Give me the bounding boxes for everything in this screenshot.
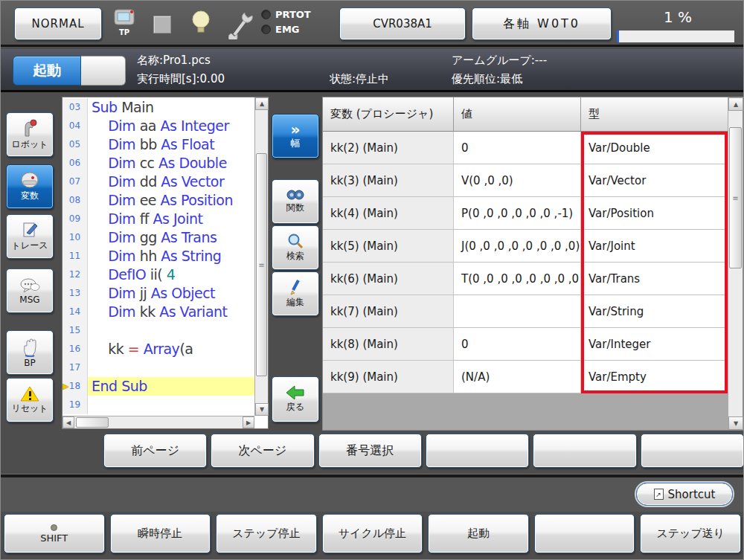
scroll-down-icon[interactable]: ▼ — [255, 403, 269, 416]
indicator-leds: PRTOT EMG — [261, 9, 311, 35]
value-cell: (N/A) — [454, 361, 581, 393]
page-button-empty[interactable] — [641, 434, 744, 468]
line-number-gutter: 10 — [62, 228, 88, 247]
code-line[interactable]: 04 Dim aa As Integer — [62, 117, 254, 135]
sidebar-item-robot[interactable]: ロボット — [6, 112, 54, 157]
function-key-button[interactable]: 瞬時停止 — [110, 514, 211, 553]
page-button[interactable]: 次ページ — [211, 434, 314, 468]
value-cell: J(0 ,0 ,0 ,0 ,0 ,0 ,0 ,0) — [454, 230, 581, 262]
code-line[interactable]: 08 Dim ee As Position — [62, 191, 254, 210]
table-body: kk(2) (Main)0Var/Doublekk(3) (Main)V(0 ,… — [323, 132, 728, 393]
back-button-label: 戻る — [286, 401, 304, 413]
table-vscrollbar[interactable]: ▲ ≡ ▼ — [728, 97, 743, 430]
page-button-empty[interactable] — [533, 434, 636, 468]
function-key-button[interactable]: 起動 — [428, 514, 529, 553]
table-row[interactable]: kk(3) (Main)V(0 ,0 ,0)Var/Vector — [323, 164, 728, 197]
lamp-icon — [190, 10, 211, 36]
page-button[interactable]: 番号選択 — [318, 434, 422, 468]
function-key-empty[interactable] — [534, 514, 635, 553]
sidebar-item-trace[interactable]: トレース — [6, 214, 54, 259]
value-cell: V(0 ,0 ,0) — [454, 164, 581, 196]
sidebar-item-msg[interactable]: MSG — [6, 268, 54, 313]
sidebar-item-label: 変数 — [21, 190, 39, 202]
message-icon — [19, 277, 40, 294]
width-button[interactable]: » 幅 — [272, 114, 319, 158]
scroll-up-icon[interactable]: ▲ — [255, 97, 269, 110]
table-row[interactable]: kk(9) (Main)(N/A)Var/Empty — [323, 361, 728, 393]
scroll-down-icon[interactable]: ▼ — [728, 416, 743, 430]
robot-icon — [21, 118, 39, 138]
line-number-gutter: 11 — [62, 247, 88, 265]
code-text: Dim kk As Variant — [88, 303, 254, 321]
code-line[interactable]: 19 — [62, 396, 254, 414]
code-line[interactable]: 09 Dim ff As Joint — [62, 210, 254, 228]
code-line[interactable]: 07 Dim dd As Vector — [62, 173, 254, 191]
function-button[interactable]: 関数 — [272, 179, 319, 224]
code-line[interactable]: 15 — [62, 321, 254, 340]
code-line[interactable]: 17 — [62, 358, 254, 377]
function-key-button[interactable]: ステップ送り — [640, 514, 741, 553]
table-row[interactable]: kk(8) (Main)0Var/Integer — [323, 328, 728, 361]
line-number-gutter: 03 — [62, 98, 88, 117]
code-vscrollbar[interactable]: ▲ ≡ ▼ — [254, 97, 268, 416]
code-line[interactable]: 11 Dim hh As String — [62, 247, 254, 265]
code-line[interactable]: 12 DefIO ii( 4 — [62, 265, 254, 284]
sidebar-item-reset[interactable]: リセット — [6, 378, 54, 422]
line-number-gutter: 12 — [62, 265, 88, 284]
scroll-up-icon[interactable]: ▲ — [728, 97, 743, 111]
page-button-empty[interactable] — [426, 434, 529, 468]
code-line[interactable]: 10 Dim gg As Trans — [62, 228, 254, 247]
shortcut-button-label: Shortcut — [668, 488, 716, 501]
page-button[interactable]: 前ページ — [103, 434, 207, 468]
table-row[interactable]: kk(4) (Main)P(0 ,0 ,0 ,0 ,0 ,0 ,-1)Var/P… — [323, 197, 728, 230]
search-icon — [287, 233, 304, 249]
code-line[interactable]: 16 kk = Array(a — [62, 340, 254, 358]
code-line[interactable]: ▶18End Sub — [62, 377, 254, 396]
variable-name-cell: kk(2) (Main) — [323, 132, 454, 164]
edit-button[interactable]: 編集 — [272, 271, 319, 316]
code-text: Dim dd As Vector — [88, 173, 254, 191]
column-header-variable: 変数 (プロシージャ) — [323, 97, 454, 131]
shortcut-button[interactable]: ↗ Shortcut — [636, 483, 733, 506]
line-number-gutter: 17 — [62, 358, 88, 377]
table-row[interactable]: kk(5) (Main)J(0 ,0 ,0 ,0 ,0 ,0 ,0 ,0)Var… — [323, 230, 728, 263]
mode-button[interactable]: NORMAL — [14, 7, 102, 40]
code-hscroll-thumb[interactable] — [76, 417, 109, 428]
search-button[interactable]: 検索 — [272, 225, 319, 270]
table-row[interactable]: kk(2) (Main)0Var/Double — [323, 132, 728, 164]
code-vscroll-thumb[interactable]: ≡ — [256, 153, 267, 376]
function-button-label: 関数 — [286, 202, 304, 214]
code-line[interactable]: 13 Dim jj As Object — [62, 284, 254, 303]
table-row[interactable]: kk(7) (Main)Var/String — [323, 295, 728, 328]
arrow-left-icon — [286, 385, 305, 400]
back-button[interactable]: 戻る — [272, 376, 319, 422]
run-toggle-on[interactable]: 起動 — [13, 56, 81, 86]
run-toggle[interactable]: 起動 — [13, 56, 126, 86]
code-line[interactable]: 03Sub Main — [62, 98, 254, 117]
code-lines: 03Sub Main04 Dim aa As Integer05 Dim bb … — [62, 98, 254, 415]
sidebar-item-bp[interactable]: BP — [6, 330, 54, 375]
line-number-gutter: 06 — [62, 154, 88, 173]
code-hscrollbar[interactable]: ◀ ▶ — [62, 416, 254, 428]
sidebar-item-variable[interactable]: 変数 — [6, 164, 54, 209]
program-name-button[interactable]: CVR038A1 — [339, 7, 466, 40]
code-text: Dim gg As Trans — [88, 228, 254, 247]
axis-mode-button[interactable]: 各軸 W0T0 — [472, 7, 612, 40]
line-number-gutter: 13 — [62, 284, 88, 303]
function-key-button[interactable]: サイクル停止 — [322, 514, 423, 553]
run-toggle-off[interactable] — [81, 56, 126, 86]
code-line[interactable]: 14 Dim kk As Variant — [62, 303, 254, 321]
table-row[interactable]: kk(6) (Main)T(0 ,0 ,0 ,0 ,0 ,0 ,0 ,0 ,0 … — [323, 263, 728, 295]
program-name-text: 名称:Pro1.pcs — [137, 54, 211, 68]
code-line[interactable]: 06 Dim cc As Double — [62, 154, 254, 173]
function-key-button[interactable]: SHIFT — [4, 514, 105, 553]
code-text: Dim ee As Position — [88, 191, 254, 210]
scroll-left-icon[interactable]: ◀ — [62, 416, 74, 428]
code-line[interactable]: 05 Dim bb As Float — [62, 135, 254, 154]
table-vscroll-thumb[interactable]: ≡ — [729, 127, 742, 268]
scroll-right-icon[interactable]: ▶ — [243, 416, 254, 428]
table-header: 変数 (プロシージャ) 値 型 — [323, 97, 728, 132]
line-number-gutter: 08 — [62, 191, 88, 210]
chevron-double-right-icon: » — [291, 123, 301, 136]
function-key-button[interactable]: ステップ停止 — [216, 514, 317, 553]
